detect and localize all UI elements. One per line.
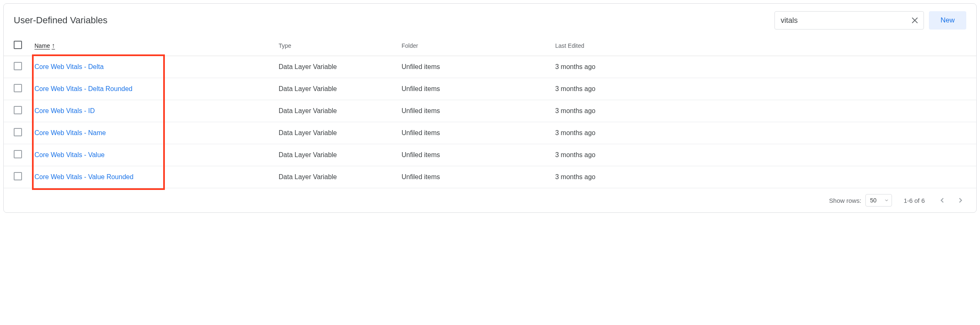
name-header-label: Name (34, 42, 50, 49)
variable-type: Data Layer Variable (279, 173, 402, 181)
search-wrap (774, 11, 924, 30)
chevron-down-icon (884, 198, 889, 203)
column-header-type: Type (279, 42, 402, 49)
clear-search-button[interactable] (908, 14, 921, 27)
table-row: Core Web Vitals - ID Data Layer Variable… (4, 100, 976, 122)
variables-table: Name ↑ Type Folder Last Edited Core Web … (4, 35, 976, 212)
table-body: Core Web Vitals - Delta Data Layer Varia… (4, 56, 976, 188)
header-actions: New (774, 11, 966, 30)
page-range: 1-6 of 6 (904, 197, 925, 204)
row-checkbox[interactable] (14, 172, 22, 180)
search-input[interactable] (774, 11, 924, 30)
table-row: Core Web Vitals - Delta Data Layer Varia… (4, 56, 976, 78)
variable-last-edited: 3 months ago (555, 85, 966, 93)
close-icon (910, 16, 919, 25)
sort-ascending-icon: ↑ (51, 42, 55, 49)
variable-link[interactable]: Core Web Vitals - ID (34, 107, 95, 114)
variable-type: Data Layer Variable (279, 85, 402, 93)
variable-folder: Unfiled items (402, 107, 555, 115)
variable-link[interactable]: Core Web Vitals - Name (34, 129, 106, 136)
table-footer: Show rows: 50 1-6 of 6 (4, 188, 976, 212)
variable-last-edited: 3 months ago (555, 107, 966, 115)
show-rows-label: Show rows: (829, 197, 862, 204)
row-checkbox[interactable] (14, 62, 22, 70)
select-all-checkbox[interactable] (14, 41, 22, 49)
variable-last-edited: 3 months ago (555, 151, 966, 159)
variable-type: Data Layer Variable (279, 63, 402, 71)
variable-folder: Unfiled items (402, 173, 555, 181)
row-checkbox[interactable] (14, 150, 22, 158)
previous-page-button[interactable] (936, 195, 948, 206)
variable-link[interactable]: Core Web Vitals - Value (34, 151, 105, 158)
variable-link[interactable]: Core Web Vitals - Delta (34, 63, 104, 70)
variable-last-edited: 3 months ago (555, 173, 966, 181)
variable-type: Data Layer Variable (279, 151, 402, 159)
card-header: User-Defined Variables New (4, 4, 976, 35)
variable-folder: Unfiled items (402, 151, 555, 159)
row-checkbox[interactable] (14, 84, 22, 92)
variables-card: User-Defined Variables New Name (3, 3, 977, 213)
card-title: User-Defined Variables (14, 15, 108, 26)
pager-buttons (936, 195, 966, 206)
table-row: Core Web Vitals - Value Rounded Data Lay… (4, 166, 976, 188)
variable-type: Data Layer Variable (279, 129, 402, 137)
new-button[interactable]: New (929, 11, 966, 30)
table-header-row: Name ↑ Type Folder Last Edited (4, 35, 976, 56)
chevron-left-icon (938, 196, 946, 204)
table-row: Core Web Vitals - Delta Rounded Data Lay… (4, 78, 976, 100)
name-sort-header[interactable]: Name ↑ (34, 42, 55, 49)
column-header-name: Name ↑ (34, 42, 279, 49)
next-page-button[interactable] (955, 195, 966, 206)
variable-folder: Unfiled items (402, 85, 555, 93)
table-row: Core Web Vitals - Name Data Layer Variab… (4, 122, 976, 144)
row-checkbox[interactable] (14, 106, 22, 114)
rows-per-page-select[interactable]: 50 (865, 194, 892, 207)
variable-type: Data Layer Variable (279, 107, 402, 115)
variable-last-edited: 3 months ago (555, 129, 966, 137)
header-checkbox-cell (14, 41, 34, 51)
table-row: Core Web Vitals - Value Data Layer Varia… (4, 144, 976, 166)
variable-folder: Unfiled items (402, 129, 555, 137)
rows-per-page-value: 50 (870, 197, 877, 204)
variable-link[interactable]: Core Web Vitals - Delta Rounded (34, 85, 132, 92)
column-header-last-edited: Last Edited (555, 42, 966, 49)
column-header-folder: Folder (402, 42, 555, 49)
variable-folder: Unfiled items (402, 63, 555, 71)
variable-last-edited: 3 months ago (555, 63, 966, 71)
pager: 1-6 of 6 (904, 195, 966, 206)
variable-link[interactable]: Core Web Vitals - Value Rounded (34, 173, 133, 180)
show-rows-control: Show rows: 50 (829, 194, 892, 207)
chevron-right-icon (956, 196, 965, 204)
row-checkbox[interactable] (14, 128, 22, 136)
